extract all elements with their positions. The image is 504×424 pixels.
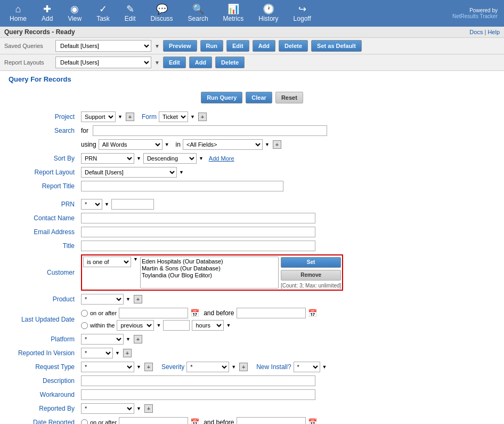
previous-select[interactable]: previous (117, 320, 154, 331)
add-saved-button[interactable]: Add (253, 40, 275, 52)
prn-op-select[interactable]: * (81, 199, 102, 210)
search-in-add-icon[interactable]: + (273, 140, 281, 149)
report-layouts-label: Report Layouts (4, 59, 52, 66)
date-reported-on-or-after-radio[interactable] (81, 419, 88, 425)
discuss-icon: 💬 (156, 4, 168, 14)
nav-history-label: History (258, 15, 278, 22)
saved-queries-label: Saved Queries (4, 43, 52, 49)
clear-button[interactable]: Clear (246, 92, 272, 103)
customer-remove-button[interactable]: Remove (281, 270, 341, 281)
reported-by-select[interactable]: * (81, 403, 134, 414)
on-or-after-radio[interactable] (81, 310, 88, 317)
prn-label: PRN (9, 197, 78, 211)
and-before-calendar-icon[interactable]: 📅 (308, 309, 317, 317)
nav-logoff[interactable]: ↪ Logoff (286, 0, 319, 27)
set-as-default-button[interactable]: Set as Default (311, 40, 362, 52)
report-title-row: Report Title (9, 179, 495, 193)
workaround-input[interactable] (81, 389, 315, 400)
reset-button[interactable]: Reset (275, 92, 303, 103)
severity-label: Severity (161, 363, 184, 371)
severity-select[interactable]: * (186, 362, 229, 372)
email-address-input[interactable] (81, 227, 315, 237)
date-reported-and-before-calendar-icon[interactable]: 📅 (308, 418, 317, 424)
add-more-link[interactable]: Add More (209, 155, 234, 162)
brand-link[interactable]: NetResults Tracker (452, 13, 498, 19)
product-triangle-icon: ▼ (126, 297, 131, 302)
nav-task[interactable]: ✓ Task (89, 0, 117, 27)
saved-queries-select[interactable]: Default [Users] (55, 40, 151, 52)
date-reported-on-or-after-input[interactable] (119, 417, 188, 424)
sort-by-select[interactable]: PRN (81, 153, 134, 164)
hours-input[interactable] (163, 320, 190, 331)
severity-add-icon[interactable]: + (239, 363, 248, 371)
date-reported-and-before-input[interactable] (237, 417, 306, 424)
reported-in-version-add-icon[interactable]: + (123, 349, 132, 357)
contact-name-input[interactable] (81, 213, 315, 223)
add-layout-button[interactable]: Add (189, 57, 212, 68)
search-in-select[interactable]: <All Fields> (183, 139, 263, 150)
product-add-icon[interactable]: + (134, 295, 142, 303)
report-title-input[interactable] (81, 181, 283, 191)
project-add-icon[interactable]: + (126, 113, 134, 121)
project-label: Project (9, 110, 78, 124)
nav-search[interactable]: 🔍 Search (181, 0, 216, 27)
date-reported-on-or-after-calendar-icon[interactable]: 📅 (190, 418, 199, 424)
customer-op-select[interactable]: is one of (83, 257, 131, 267)
new-install-select[interactable]: * (294, 362, 320, 372)
request-type-label: Request Type (9, 360, 78, 374)
run-query-button[interactable]: Run Query (201, 92, 242, 103)
description-input[interactable] (81, 375, 315, 386)
help-links: Docs | Help (469, 29, 500, 35)
report-chevron-icon: ▼ (155, 60, 160, 66)
edit-layout-button[interactable]: Edit (163, 57, 186, 68)
prn-input[interactable] (111, 199, 154, 210)
and-before-input[interactable] (237, 308, 306, 318)
reported-in-version-select[interactable]: * (81, 348, 113, 358)
edit-saved-button[interactable]: Edit (226, 40, 249, 52)
search-for-input[interactable] (93, 125, 327, 136)
on-or-after-calendar-icon[interactable]: 📅 (190, 309, 199, 317)
nav-add[interactable]: ✚ Add (34, 0, 60, 27)
search-using-select[interactable]: All Words (99, 139, 162, 150)
report-layouts-select[interactable]: Default [Users] (55, 57, 151, 68)
nav-edit[interactable]: ✎ Edit (117, 0, 143, 27)
hours-unit-select[interactable]: hours (192, 320, 224, 331)
report-title-label: Report Title (9, 179, 78, 193)
form-add-icon[interactable]: + (198, 113, 207, 121)
title-row: Title (9, 239, 495, 253)
customer-list[interactable]: Eden Hospitals (Our Database) Martin & S… (140, 257, 279, 289)
preview-button[interactable]: Preview (163, 40, 197, 52)
nav-add-label: Add (42, 15, 53, 22)
contact-name-row: Contact Name (9, 211, 495, 225)
logoff-icon: ↪ (298, 4, 306, 14)
request-type-select[interactable]: * (81, 362, 134, 372)
reported-by-add-icon[interactable]: + (144, 404, 153, 413)
customer-set-button[interactable]: Set (281, 257, 341, 268)
nav-logoff-label: Logoff (294, 15, 311, 22)
run-button[interactable]: Run (200, 40, 223, 52)
within-the-radio[interactable] (81, 322, 88, 329)
sort-order-select[interactable]: Descending (143, 153, 197, 164)
sort-by-triangle-icon: ▼ (136, 156, 141, 161)
platform-select[interactable]: * (81, 334, 124, 345)
sort-order-triangle-icon: ▼ (199, 156, 204, 161)
on-or-after-input[interactable] (119, 308, 188, 318)
nav-discuss[interactable]: 💬 Discuss (143, 0, 181, 27)
nav-view[interactable]: ◉ View (60, 0, 89, 27)
nav-history[interactable]: 🕐 History (251, 0, 286, 27)
report-layout-triangle-icon: ▼ (179, 170, 184, 175)
nav-metrics[interactable]: 📊 Metrics (216, 0, 251, 27)
delete-saved-button[interactable]: Delete (279, 40, 308, 52)
platform-add-icon[interactable]: + (134, 335, 142, 343)
nav-home-label: Home (10, 15, 27, 22)
help-link[interactable]: Help (487, 29, 500, 35)
request-type-add-icon[interactable]: + (144, 363, 153, 371)
project-select[interactable]: Support (81, 111, 116, 122)
nav-home[interactable]: ⌂ Home (2, 0, 34, 27)
report-layout-select[interactable]: Default [Users] (81, 167, 177, 178)
delete-layout-button[interactable]: Delete (215, 57, 245, 68)
title-input[interactable] (81, 241, 315, 251)
docs-link[interactable]: Docs (469, 29, 483, 35)
form-select[interactable]: Ticket (159, 111, 188, 122)
product-select[interactable]: * (81, 294, 124, 305)
